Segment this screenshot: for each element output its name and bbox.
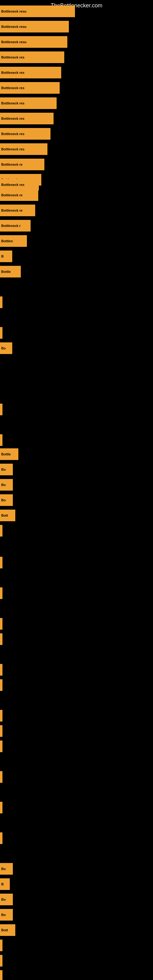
bar-item-14: Bottleneck re	[0, 205, 38, 216]
bar-item-49	[0, 970, 4, 980]
bar-fill-43: B	[0, 878, 10, 890]
bar-label-14: Bottleneck re	[1, 208, 22, 212]
bar-item-32	[0, 618, 4, 630]
bar-item-10: Bottleneck re	[0, 159, 48, 170]
bar-fill-19	[0, 296, 2, 308]
bar-item-13: Bottleneck re	[0, 189, 41, 201]
bar-item-26: Bo	[0, 479, 16, 491]
bar-label-43: B	[1, 882, 4, 886]
bar-item-34	[0, 664, 4, 676]
bar-fill-26: Bo	[0, 479, 13, 491]
bar-fill-44: Bo	[0, 894, 13, 905]
bar-fill-47	[0, 940, 2, 951]
bar-fill-16: Bottlen	[0, 235, 27, 247]
bar-item-22	[0, 404, 4, 415]
bar-item-18: Bottle	[0, 266, 24, 277]
bar-label-27: Bo	[1, 498, 6, 502]
bar-label-5: Bottleneck res	[1, 86, 24, 90]
bar-fill-37	[0, 725, 2, 737]
bar-fill-36	[0, 710, 2, 722]
bar-fill-5: Bottleneck res	[0, 82, 60, 94]
bar-fill-33	[0, 633, 2, 645]
bar-fill-2: Bottleneck resu	[0, 36, 67, 48]
bar-item-36	[0, 710, 4, 722]
bar-item-5: Bottleneck res	[0, 82, 63, 94]
bar-item-30	[0, 557, 4, 568]
bar-label-44: Bo	[1, 897, 6, 901]
bar-label-17: B	[1, 255, 4, 258]
bar-item-2: Bottleneck resu	[0, 36, 70, 48]
bar-label-9: Bottleneck res	[1, 147, 24, 151]
bar-item-24: Bottle	[0, 449, 21, 460]
bar-item-39	[0, 771, 4, 783]
bar-fill-3: Bottleneck res	[0, 51, 64, 63]
bar-label-2: Bottleneck resu	[1, 40, 27, 44]
bar-fill-25: Bo	[0, 464, 13, 475]
bar-fill-34	[0, 664, 2, 676]
bar-label-12: Bottleneck res	[1, 183, 24, 186]
bar-fill-29	[0, 525, 2, 536]
bar-fill-8: Bottleneck res	[0, 128, 51, 140]
bar-fill-31	[0, 587, 2, 599]
bar-label-24: Bottle	[1, 452, 11, 456]
bar-label-21: Bo	[1, 346, 6, 350]
bar-item-21: Bo	[0, 342, 15, 354]
bar-fill-38	[0, 740, 2, 752]
bar-fill-45: Bo	[0, 909, 13, 921]
bar-fill-13: Bottleneck re	[0, 189, 38, 201]
bar-item-43: B	[0, 878, 13, 890]
bar-item-38	[0, 740, 4, 752]
bar-label-3: Bottleneck res	[1, 56, 24, 59]
bar-fill-4: Bottleneck res	[0, 67, 61, 78]
bar-label-42: Bo	[1, 867, 6, 871]
bar-item-28: Bott	[0, 510, 18, 521]
bar-fill-20	[0, 327, 2, 339]
bar-fill-18: Bottle	[0, 266, 21, 277]
bar-item-44: Bo	[0, 894, 16, 905]
bar-item-4: Bottleneck res	[0, 67, 64, 78]
bar-item-16: Bottlen	[0, 235, 30, 247]
bar-label-28: Bott	[1, 514, 8, 517]
bar-fill-30	[0, 557, 2, 568]
bar-fill-23	[0, 434, 2, 446]
bar-item-19	[0, 296, 4, 308]
bar-item-20	[0, 327, 4, 339]
bar-item-48	[0, 955, 4, 967]
bar-fill-41	[0, 832, 2, 844]
bar-item-3: Bottleneck res	[0, 51, 67, 63]
bar-label-46: Bott	[1, 928, 8, 932]
bar-label-10: Bottleneck re	[1, 162, 22, 166]
bar-fill-0: Bottleneck resu	[0, 5, 75, 17]
bar-fill-15: Bottleneck r	[0, 220, 30, 232]
bar-item-23	[0, 434, 4, 446]
bar-item-6: Bottleneck res	[0, 97, 60, 109]
bar-item-27: Bo	[0, 494, 16, 506]
bar-label-26: Bo	[1, 483, 6, 487]
bar-label-7: Bottleneck res	[1, 117, 24, 120]
bar-item-25: Bo	[0, 464, 16, 475]
bar-item-37	[0, 725, 4, 737]
bar-item-29	[0, 525, 4, 536]
bar-item-12: Bottleneck res	[0, 179, 42, 191]
bar-label-1: Bottleneck resu	[1, 25, 27, 29]
bar-label-18: Bottle	[1, 270, 11, 274]
bar-label-15: Bottleneck r	[1, 224, 21, 228]
bar-label-13: Bottleneck re	[1, 193, 22, 197]
bar-fill-39	[0, 771, 2, 783]
bar-label-25: Bo	[1, 468, 6, 471]
bar-label-8: Bottleneck res	[1, 132, 24, 136]
bar-fill-24: Bottle	[0, 449, 18, 460]
bar-item-46: Bott	[0, 924, 18, 936]
bar-fill-9: Bottleneck res	[0, 143, 48, 155]
bar-item-33	[0, 633, 4, 645]
bar-item-0: Bottleneck resu	[0, 5, 78, 17]
bar-fill-17: B	[0, 250, 12, 262]
bar-item-47	[0, 940, 4, 951]
bar-fill-7: Bottleneck res	[0, 113, 54, 124]
bar-item-15: Bottleneck r	[0, 220, 33, 232]
bar-label-6: Bottleneck res	[1, 101, 24, 105]
bar-fill-10: Bottleneck re	[0, 159, 45, 170]
bar-fill-42: Bo	[0, 863, 13, 875]
bar-item-45: Bo	[0, 909, 16, 921]
bar-fill-12: Bottleneck res	[0, 179, 39, 191]
